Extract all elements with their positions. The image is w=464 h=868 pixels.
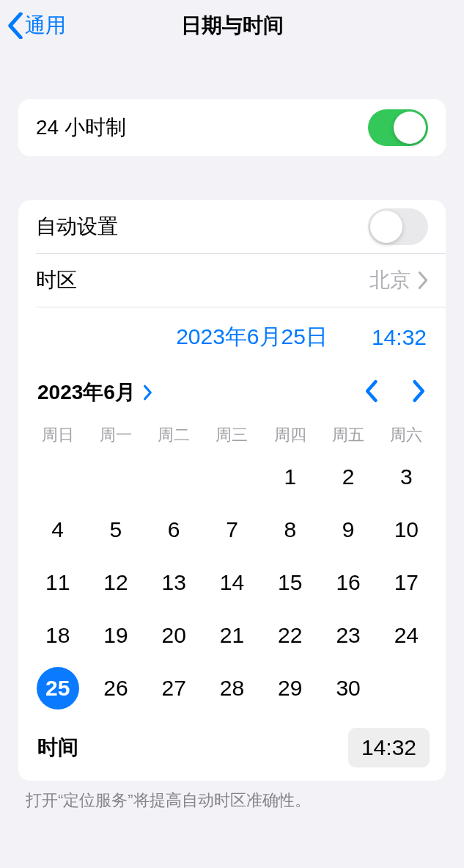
calendar-day[interactable]: 17: [378, 556, 435, 609]
calendar-day[interactable]: 18: [29, 609, 86, 662]
calendar-day[interactable]: 6: [145, 503, 203, 556]
empty-day: [145, 451, 203, 503]
back-button[interactable]: 通用: [7, 12, 66, 40]
summary-date[interactable]: 2023年6月25日: [176, 322, 328, 352]
weekday-label: 周三: [203, 424, 261, 446]
page-title: 日期与时间: [0, 12, 464, 40]
summary-time[interactable]: 14:32: [372, 325, 427, 350]
timezone-row[interactable]: 时区 北京: [18, 254, 446, 307]
calendar-day[interactable]: 20: [145, 609, 203, 662]
chevron-left-icon: [364, 379, 378, 403]
prev-month-button[interactable]: [364, 379, 378, 406]
footer-note: 打开“定位服务”将提高自动时区准确性。: [0, 781, 464, 812]
calendar-day[interactable]: 16: [319, 556, 377, 609]
weekday-label: 周五: [319, 424, 377, 446]
calendar-day[interactable]: 21: [203, 609, 261, 662]
chevron-right-icon: [412, 379, 427, 403]
calendar-day[interactable]: 25: [29, 662, 86, 715]
calendar-day[interactable]: 28: [203, 662, 261, 715]
month-picker[interactable]: 2023年6月: [37, 379, 153, 406]
twenty-four-hour-row: 24 小时制: [18, 99, 446, 156]
weekday-label: 周六: [378, 424, 435, 446]
time-picker[interactable]: 14:32: [348, 728, 430, 767]
weekday-label: 周四: [261, 424, 319, 446]
calendar-grid: 1234567891011121314151617181920212223242…: [18, 451, 446, 721]
timezone-label: 时区: [36, 266, 77, 294]
chevron-right-icon: [418, 271, 428, 290]
calendar-day[interactable]: 1: [261, 451, 319, 503]
twenty-four-hour-toggle[interactable]: [368, 109, 428, 146]
calendar-day[interactable]: 7: [203, 503, 261, 556]
calendar-day[interactable]: 24: [378, 609, 435, 662]
auto-set-row: 自动设置: [18, 200, 446, 253]
calendar-day[interactable]: 9: [319, 503, 377, 556]
current-datetime-summary: 2023年6月25日 14:32: [18, 307, 446, 352]
calendar-day[interactable]: 14: [203, 556, 261, 609]
calendar-day[interactable]: 11: [29, 556, 86, 609]
calendar-day[interactable]: 22: [261, 609, 319, 662]
weekday-label: 周日: [29, 424, 86, 446]
chevron-left-icon: [7, 12, 23, 39]
weekday-label: 周一: [86, 424, 144, 446]
weekday-label: 周二: [145, 424, 203, 446]
calendar-day[interactable]: 2: [319, 451, 377, 503]
calendar-day[interactable]: 13: [145, 556, 203, 609]
calendar-day[interactable]: 3: [378, 451, 435, 503]
calendar-day[interactable]: 26: [86, 662, 144, 715]
calendar-day[interactable]: 19: [86, 609, 144, 662]
empty-day: [86, 451, 144, 503]
calendar-day[interactable]: 5: [86, 503, 144, 556]
calendar-day[interactable]: 4: [29, 503, 86, 556]
calendar-day[interactable]: 30: [319, 662, 377, 715]
back-label: 通用: [25, 12, 66, 40]
calendar-day[interactable]: 12: [86, 556, 144, 609]
calendar-day[interactable]: 23: [319, 609, 377, 662]
auto-set-label: 自动设置: [36, 213, 118, 241]
calendar-day[interactable]: 15: [261, 556, 319, 609]
empty-day: [203, 451, 261, 503]
calendar-day[interactable]: 29: [261, 662, 319, 715]
next-month-button[interactable]: [412, 379, 427, 406]
empty-day: [29, 451, 86, 503]
month-label: 2023年6月: [37, 379, 136, 406]
calendar-day[interactable]: 27: [145, 662, 203, 715]
twenty-four-hour-label: 24 小时制: [36, 114, 126, 142]
auto-set-toggle[interactable]: [368, 208, 428, 245]
weekday-header: 周日周一周二周三周四周五周六: [18, 406, 446, 451]
calendar-day[interactable]: 10: [378, 503, 435, 556]
calendar-day[interactable]: 8: [261, 503, 319, 556]
time-label: 时间: [37, 734, 78, 762]
timezone-value: 北京: [369, 266, 410, 294]
chevron-right-icon: [143, 384, 153, 401]
